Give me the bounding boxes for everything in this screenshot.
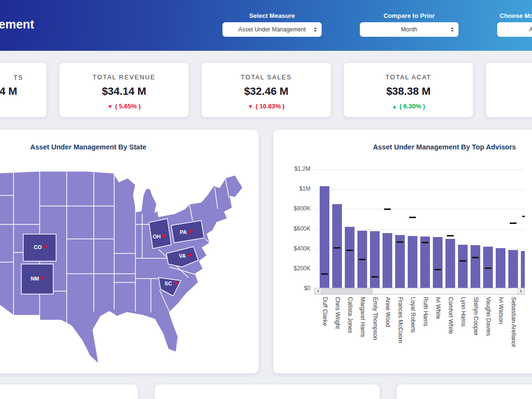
page-title: ement xyxy=(0,17,34,31)
advisor-bar[interactable] xyxy=(458,245,468,289)
bottom-card xyxy=(0,384,138,399)
prior-period-marker xyxy=(371,276,378,278)
top-advisors-chart-card: Asset Under Management By Top Advisors $… xyxy=(273,130,532,373)
kpi-title: TOTAL SALES xyxy=(241,74,292,81)
kpi-card: TOTAL SALES$32.46 M▼( 10.83% ) xyxy=(202,63,331,117)
x-axis-label: Margaret Harris xyxy=(359,297,366,337)
prior-period-marker xyxy=(321,273,328,275)
prior-period-marker xyxy=(459,260,466,262)
kpi-delta: ▼( 5.65% ) xyxy=(107,103,141,110)
advisor-bar[interactable] xyxy=(370,231,380,289)
kpi-card: TOTAL REVENUE$34.14 M▼( 5.65% ) xyxy=(59,63,189,117)
advisor-bar[interactable] xyxy=(395,235,405,289)
select-measure-value: Asset Under Management xyxy=(238,26,306,33)
prior-period-marker xyxy=(472,257,479,258)
x-axis-label: Vaughn Davies xyxy=(485,297,492,336)
kpi-delta-text: ( 5.65% ) xyxy=(115,103,141,110)
prior-period-marker xyxy=(397,241,403,243)
y-tick-label: $800K xyxy=(281,205,310,212)
map-card: Asset Under Management By State xyxy=(0,130,259,373)
scrollbar-left-arrow[interactable] xyxy=(315,288,322,294)
prior-period-marker xyxy=(485,267,491,269)
bottom-card xyxy=(155,384,380,399)
y-tick-label: $1.2M xyxy=(281,165,310,172)
kpi-title: TOTAL REVENUE xyxy=(92,74,155,81)
kpi-value: $32.46 M xyxy=(244,85,289,98)
state-label: SC xyxy=(164,281,172,286)
scrollbar-thumb[interactable] xyxy=(322,288,373,294)
prior-period-marker xyxy=(409,217,416,218)
x-axis-label: Ivi White xyxy=(434,297,442,319)
advisor-bar[interactable] xyxy=(433,237,443,289)
kpi-title: TS xyxy=(14,74,23,81)
advisor-bar[interactable] xyxy=(408,236,417,289)
state-label: OH xyxy=(153,234,161,239)
prior-period-marker xyxy=(359,259,366,260)
x-axis-label: Shirlyn Cooper xyxy=(472,297,479,335)
gridline xyxy=(314,189,525,190)
advisor-bar[interactable] xyxy=(383,233,392,289)
dashboard: ement Select Measure Asset Under Managem… xyxy=(0,0,532,399)
x-axis-label: Chris Wright xyxy=(334,297,341,329)
x-axis-label: Anne Wood xyxy=(384,297,391,327)
chevron-up-down-icon xyxy=(314,27,317,32)
advisor-bar[interactable] xyxy=(345,227,355,289)
x-axis-label: Loyal Roberts xyxy=(409,297,416,333)
us-map: CONMOHPAVASC xyxy=(0,166,256,369)
advisor-bar[interactable] xyxy=(420,236,430,289)
advisor-bar[interactable] xyxy=(471,245,480,289)
x-axis-label: Callista Jones xyxy=(346,297,354,333)
advisor-bar[interactable] xyxy=(508,250,518,289)
y-tick-label: $1M xyxy=(281,185,310,192)
x-axis-label: Ivi Watson xyxy=(497,297,504,324)
up-triangle-icon: ▲ xyxy=(392,103,397,109)
gridline xyxy=(314,209,525,209)
compare-to-prior-dropdown[interactable]: Month xyxy=(360,22,458,37)
select-measure-dropdown[interactable]: Asset Under Management xyxy=(222,22,322,37)
x-axis-label: Frances McCoorn xyxy=(397,297,404,343)
prior-period-marker xyxy=(334,247,340,249)
compare-to-prior-value: Month xyxy=(401,26,417,33)
state-label: NM xyxy=(30,276,39,281)
kpi-value: 4 M xyxy=(0,85,17,98)
prior-period-marker xyxy=(510,222,517,224)
prior-period-marker xyxy=(447,235,454,236)
choose-month-dropdown[interactable]: A xyxy=(497,22,532,37)
y-axis: $0$200K$400K$600K$800K$1M$1.2M xyxy=(281,169,310,300)
kpi-delta-text: ( 10.83% ) xyxy=(255,103,284,110)
chart-title: Asset Under Management By Top Advisors xyxy=(273,143,532,151)
state-label: VA xyxy=(179,253,186,259)
y-tick-label: $600K xyxy=(281,225,310,232)
x-axis-label: Sebastian Arellanot xyxy=(510,297,517,347)
prior-period-marker xyxy=(346,250,353,251)
kpi-card: TOTAL ACAT$38.38 M▲( 6.30% ) xyxy=(344,63,473,117)
chevron-up-down-icon xyxy=(451,27,454,32)
x-axis-label: Emily Thompson xyxy=(371,297,379,340)
gridline xyxy=(314,169,525,170)
x-axis-label: Ruth Harris xyxy=(422,297,429,326)
down-triangle-icon: ▼ xyxy=(107,103,113,109)
prior-period-marker xyxy=(422,242,429,243)
scrollbar-right-arrow[interactable] xyxy=(517,288,524,294)
advisor-bar[interactable] xyxy=(332,204,342,289)
kpi-title: TOTAL ACAT xyxy=(385,74,431,81)
kpi-value: $38.38 M xyxy=(386,85,431,98)
x-axis-label: Comfort White xyxy=(447,297,454,334)
state-label: PA xyxy=(180,229,187,235)
bottom-card xyxy=(397,384,532,399)
x-axis-label: Lynn Harris xyxy=(459,297,467,326)
bar-chart-plot xyxy=(314,169,525,289)
advisor-bar[interactable] xyxy=(496,248,505,289)
kpi-delta: ▼( 10.83% ) xyxy=(248,103,285,110)
kpi-card xyxy=(486,63,532,117)
kpi-value: $34.14 M xyxy=(102,85,147,98)
chart-horizontal-scrollbar[interactable] xyxy=(314,288,525,295)
kpi-card: TS4 M xyxy=(0,63,46,117)
advisor-bar[interactable] xyxy=(445,239,455,289)
state-label: CO xyxy=(34,244,42,250)
prior-period-marker xyxy=(434,269,441,270)
advisor-bar[interactable] xyxy=(521,251,525,289)
map-title: Asset Under Management By State xyxy=(0,143,259,151)
prior-period-marker xyxy=(522,216,525,217)
down-triangle-icon: ▼ xyxy=(248,103,253,109)
